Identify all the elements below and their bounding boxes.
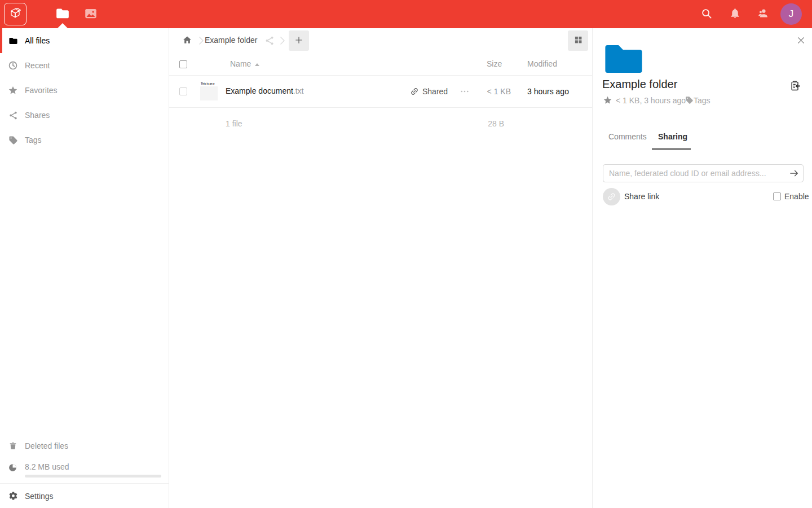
breadcrumb-bar: Example folder [169, 28, 592, 53]
home-icon [182, 35, 192, 47]
new-file-button[interactable] [289, 30, 309, 51]
link-icon [408, 85, 421, 98]
sidebar-item-shares[interactable]: Shares [0, 103, 169, 128]
active-tab-underline [652, 148, 691, 150]
tag-icon [8, 135, 18, 145]
file-list-summary: 1 file 28 B [169, 108, 592, 142]
file-list-pane: Example folder Name Size [169, 28, 592, 508]
thumbnail-preview-text: This is an e [200, 82, 219, 86]
sidebar: All files Recent Favorites Shares Tags [0, 28, 169, 508]
sidebar-item-favorites[interactable]: Favorites [0, 78, 169, 103]
close-icon [796, 35, 806, 47]
trash-icon [8, 441, 18, 451]
share-link-avatar [603, 188, 620, 205]
grid-view-icon [574, 36, 582, 46]
thumbnail-body [200, 86, 218, 100]
clock-icon [8, 60, 18, 71]
contacts-button[interactable] [756, 7, 770, 21]
favorite-star-icon[interactable] [603, 95, 612, 105]
grid-view-toggle-button[interactable] [568, 30, 588, 51]
sidebar-item-label: Recent [25, 61, 50, 70]
plus-icon [294, 35, 304, 47]
tab-sharing[interactable]: Sharing [658, 132, 687, 141]
sidebar-item-deleted-files[interactable]: Deleted files [0, 433, 169, 458]
column-header-size[interactable]: Size [487, 59, 502, 68]
sidebar-item-label: Settings [25, 492, 54, 501]
sidebar-item-recent[interactable]: Recent [0, 53, 169, 78]
photos-icon [83, 6, 98, 23]
file-list-header: Name Size Modified [169, 53, 592, 76]
folder-preview-icon [605, 43, 642, 75]
breadcrumb-current-folder[interactable]: Example folder [205, 36, 257, 45]
share-icon [8, 110, 18, 120]
cube-logo-icon [8, 7, 22, 22]
share-recipient-field [603, 164, 804, 182]
submit-arrow-icon[interactable] [788, 168, 800, 179]
quota-pie-icon [8, 463, 18, 473]
sidebar-item-label: Deleted files [25, 441, 68, 450]
folder-icon [8, 36, 18, 46]
folder-icon [55, 6, 70, 23]
summary-total-size: 28 B [462, 119, 504, 128]
file-thumbnail: This is an e [200, 82, 219, 101]
quota-progressbar [25, 475, 161, 478]
nextcloud-logo[interactable] [4, 3, 27, 25]
file-extension: .txt [293, 86, 304, 95]
share-link-enable-checkbox[interactable] [773, 192, 781, 200]
sidebar-item-label: Shares [25, 111, 50, 120]
notifications-button[interactable] [728, 7, 742, 21]
details-panel: Example folder < 1 KB, 3 hours ago Tags … [592, 28, 812, 508]
bell-icon [729, 7, 741, 21]
sort-ascending-icon [255, 63, 259, 66]
column-header-name[interactable]: Name [230, 59, 251, 68]
close-details-button[interactable] [795, 35, 807, 47]
sidebar-item-label: All files [25, 36, 50, 45]
shared-status-link[interactable]: Shared [422, 87, 448, 96]
file-size: < 1 KB [462, 87, 511, 96]
chevron-right-icon [275, 34, 289, 49]
star-icon [8, 85, 18, 95]
details-title: Example folder [602, 78, 677, 91]
sidebar-item-label: Tags [25, 135, 42, 144]
sidebar-item-all-files[interactable]: All files [0, 28, 169, 53]
sidebar-item-tags[interactable]: Tags [0, 128, 169, 152]
file-row[interactable]: This is an e Example document.txt Shared… [169, 76, 592, 108]
summary-file-count: 1 file [226, 119, 242, 128]
select-all-checkbox[interactable] [179, 60, 187, 68]
tab-comments[interactable]: Comments [608, 132, 647, 141]
search-button[interactable] [700, 7, 713, 21]
share-link-row: Share link Enable [603, 188, 804, 206]
link-icon [604, 190, 618, 203]
breadcrumb-share-icon[interactable] [264, 36, 275, 46]
sidebar-item-settings[interactable]: Settings [0, 483, 169, 508]
avatar-initial: J [789, 8, 794, 20]
share-link-enable-label[interactable]: Enable [784, 192, 809, 201]
app-tab-files[interactable] [55, 7, 70, 21]
top-bar: J [0, 0, 812, 28]
sidebar-item-label: Favorites [25, 86, 58, 95]
copy-to-clipboard-icon[interactable] [789, 80, 801, 91]
column-header-modified[interactable]: Modified [527, 59, 557, 68]
contacts-icon [757, 7, 769, 21]
details-tags-link[interactable]: Tags [694, 96, 710, 105]
search-icon [700, 7, 713, 21]
tag-icon [685, 96, 694, 104]
share-recipient-input[interactable] [603, 164, 804, 182]
app-tab-photos[interactable] [83, 7, 98, 21]
user-avatar[interactable]: J [780, 3, 802, 25]
file-name: Example document.txt [226, 86, 304, 95]
gear-icon [8, 491, 18, 501]
file-row-checkbox[interactable] [179, 87, 187, 95]
share-link-label: Share link [624, 192, 659, 201]
app-window: J All files Recent Favorites Share [0, 0, 812, 508]
file-basename: Example document [226, 86, 293, 95]
details-size-modified: < 1 KB, 3 hours ago [616, 96, 686, 105]
quota-label: 8.2 MB used [25, 462, 69, 471]
file-modified: 3 hours ago [527, 87, 569, 96]
active-app-indicator [58, 23, 68, 28]
